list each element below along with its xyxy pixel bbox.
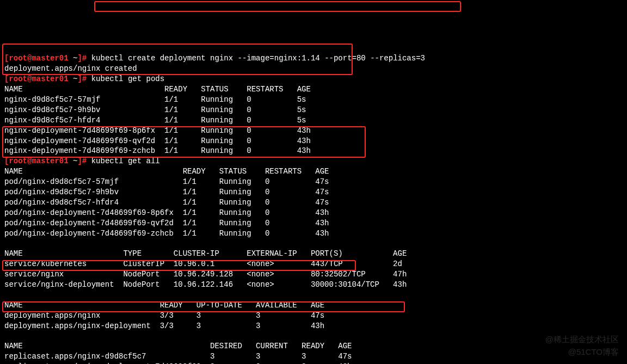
pod-row: nginx-deployment-7d48699f69-8p6fx 1/1 Ru… [4, 126, 311, 135]
svc-header: NAME TYPE CLUSTER-IP EXTERNAL-IP PORT(S)… [4, 249, 407, 258]
rs-row: replicaset.apps/nginx-d9d8cf5c7 3 3 3 47… [4, 352, 352, 361]
command-get-all: kubectl get all [91, 157, 160, 165]
svc-row: service/kubernetes ClusterIP 10.96.0.1 <… [4, 260, 402, 268]
terminal-output: [root@master01 ~]# kubectl create deploy… [4, 44, 623, 364]
pod-row: nginx-deployment-7d48699f69-qvf2d 1/1 Ru… [4, 137, 311, 145]
watermark-51cto: @51CTO博客 [568, 347, 619, 357]
command-create-deployment: kubectl create deployment nginx --image=… [91, 54, 425, 63]
all-pod-row: pod/nginx-d9d8cf5c7-hfdr4 1/1 Running 0 … [4, 198, 329, 207]
all-pod-row: pod/nginx-deployment-7d48699f69-8p6fx 1/… [4, 208, 329, 217]
rs-header: NAME DESIRED CURRENT READY AGE [4, 342, 352, 350]
prompt-host: master01 [32, 54, 68, 63]
svc-row: service/nginx NodePort 10.96.249.128 <no… [4, 270, 407, 279]
prompt-bracket-close: ]# [77, 54, 87, 63]
all-pod-row: pod/nginx-d9d8cf5c7-9h9bv 1/1 Running 0 … [4, 188, 329, 196]
pod-row: nginx-d9d8cf5c7-9h9bv 1/1 Running 0 5s [4, 106, 306, 114]
all-pod-row: pod/nginx-deployment-7d48699f69-qvf2d 1/… [4, 219, 329, 227]
pods-header: NAME READY STATUS RESTARTS AGE [4, 85, 311, 94]
watermark-juejin: @稀土掘金技术社区 [545, 334, 619, 345]
pod-row: nginx-d9d8cf5c7-hfdr4 1/1 Running 0 5s [4, 116, 306, 125]
all-pod-row: pod/nginx-deployment-7d48699f69-zchcb 1/… [4, 229, 329, 238]
deploy-row: deployment.apps/nginx 3/3 3 3 47s [4, 311, 324, 320]
prompt-user: root [9, 54, 27, 63]
all-pods-header: NAME READY STATUS RESTARTS AGE [4, 167, 329, 176]
svc-row: service/nginx-deployment NodePort 10.96.… [4, 280, 407, 289]
command-get-pods: kubectl get pods [91, 75, 164, 83]
all-pod-row: pod/nginx-d9d8cf5c7-57mjf 1/1 Running 0 … [4, 177, 329, 186]
highlight-cmd1 [94, 1, 461, 12]
deploy-header: NAME READY UP-TO-DATE AVAILABLE AGE [4, 301, 324, 310]
pod-row: nginx-deployment-7d48699f69-zchcb 1/1 Ru… [4, 146, 311, 155]
output-created: deployment.apps/nginx created [4, 64, 137, 73]
deploy-row: deployment.apps/nginx-deployment 3/3 3 3… [4, 322, 324, 330]
pod-row: nginx-d9d8cf5c7-57mjf 1/1 Running 0 5s [4, 95, 306, 104]
